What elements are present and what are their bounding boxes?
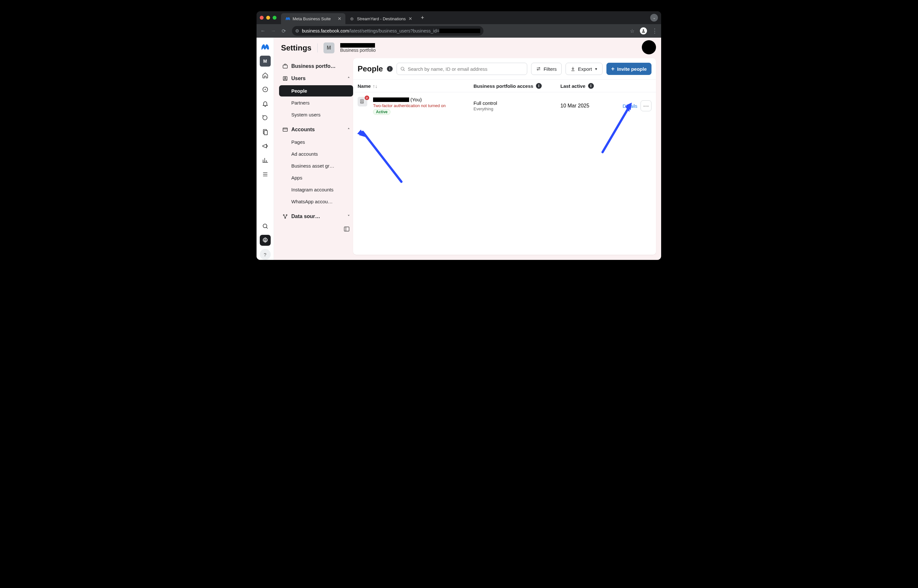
export-button[interactable]: Export ▼	[565, 63, 602, 75]
browser-menu-button[interactable]: ⋮	[651, 27, 658, 34]
reload-button[interactable]: ⟳	[280, 28, 287, 34]
search-placeholder: Search by name, ID or email address	[408, 66, 487, 72]
streamyard-favicon-icon: ◎	[349, 16, 355, 21]
svg-point-15	[539, 68, 540, 68]
column-last-active: Last active i	[560, 83, 618, 89]
table-row[interactable]: ⊘ (You) Two-factor authentication not tu…	[353, 92, 656, 120]
search-input[interactable]: Search by name, ID or email address	[397, 63, 527, 75]
bell-icon[interactable]	[260, 98, 271, 109]
close-tab-icon[interactable]: ✕	[408, 16, 412, 21]
url-host: business.facebook.com	[302, 28, 349, 34]
megaphone-icon[interactable]	[260, 141, 271, 152]
svg-point-14	[401, 67, 404, 70]
business-switcher-button[interactable]: M	[260, 56, 271, 66]
svg-point-0	[643, 29, 644, 31]
fullscreen-window-button[interactable]	[273, 16, 277, 19]
browser-toolbar: ← → ⟳ ⚙ business.facebook.com/latest/set…	[257, 24, 661, 38]
compass-icon[interactable]	[260, 84, 271, 95]
new-tab-button[interactable]: +	[418, 13, 427, 22]
tab-streamyard[interactable]: ◎ StreamYard - Destinations ✕	[345, 13, 416, 24]
redacted-portfolio-name	[340, 43, 375, 48]
info-icon[interactable]: i	[536, 83, 542, 89]
svg-point-8	[285, 77, 286, 79]
divider	[317, 44, 318, 52]
column-name[interactable]: Name ↑↓	[358, 83, 473, 89]
svg-rect-9	[283, 128, 287, 132]
insights-icon[interactable]	[260, 155, 271, 166]
sidebar-item-business-portfolio[interactable]: Business portfo…	[279, 60, 353, 73]
forward-button[interactable]: →	[270, 28, 277, 34]
info-icon[interactable]: i	[387, 66, 393, 72]
search-icon	[400, 66, 405, 71]
svg-point-10	[283, 215, 284, 215]
chevron-down-icon: ˅	[348, 214, 350, 219]
home-icon[interactable]	[260, 70, 271, 81]
close-tab-icon[interactable]: ✕	[338, 16, 342, 21]
sidebar-item-pages[interactable]: Pages	[279, 136, 353, 148]
page-title: Settings	[281, 44, 312, 52]
tab-meta-business-suite[interactable]: Meta Business Suite ✕	[281, 13, 345, 24]
collapse-sidebar-button[interactable]	[279, 223, 353, 232]
search-icon[interactable]	[260, 221, 271, 232]
address-bar[interactable]: ⚙ business.facebook.com/latest/settings/…	[292, 26, 484, 36]
svg-point-18	[361, 100, 363, 101]
data-sources-icon	[282, 213, 288, 220]
tab-title: StreamYard - Destinations	[357, 16, 406, 21]
invite-people-button[interactable]: + Invite people	[606, 63, 651, 75]
row-menu-button[interactable]: ⋯	[641, 100, 651, 111]
sidebar-item-ad-accounts[interactable]: Ad accounts	[279, 148, 353, 160]
meta-logo-icon[interactable]	[260, 42, 271, 52]
url-path: /latest/settings/business_users?business…	[349, 28, 439, 34]
close-window-button[interactable]	[260, 16, 264, 19]
filters-button[interactable]: Filters	[531, 63, 562, 75]
sidebar-item-whatsapp[interactable]: WhatsApp accou…	[279, 196, 353, 207]
settings-icon[interactable]	[260, 235, 271, 246]
column-access: Business portfolio access i	[473, 83, 560, 89]
sidebar-group-data-sources[interactable]: Data sour… ˅	[279, 210, 353, 223]
profile-button[interactable]	[640, 27, 647, 34]
user-avatar[interactable]	[642, 40, 656, 54]
svg-point-5	[264, 240, 266, 241]
chevron-up-icon: ˄	[348, 76, 350, 81]
sidebar-item-partners[interactable]: Partners	[279, 97, 353, 108]
table-header: Name ↑↓ Business portfolio access i Last…	[353, 79, 656, 92]
sidebar-label: Data sour…	[291, 213, 320, 220]
sidebar-group-accounts[interactable]: Accounts ˄	[279, 124, 353, 136]
sliders-icon	[536, 66, 541, 71]
portfolio-sublabel: Business portfolio	[340, 48, 376, 53]
portfolio-name-block[interactable]: Business portfolio	[340, 43, 376, 53]
button-label: Filters	[544, 66, 557, 72]
help-icon[interactable]: ?	[260, 249, 271, 260]
meta-favicon-icon	[285, 16, 290, 21]
tab-overflow-button[interactable]: ⌄	[650, 14, 658, 21]
briefcase-icon	[282, 63, 288, 69]
users-icon	[282, 76, 288, 81]
sidebar-item-people[interactable]: People	[279, 85, 353, 97]
sidebar-group-users[interactable]: Users ˄	[279, 73, 353, 85]
sidebar-item-system-users[interactable]: System users	[279, 109, 353, 120]
bookmark-star-icon[interactable]: ☆	[629, 28, 635, 34]
site-settings-icon[interactable]: ⚙	[295, 28, 300, 34]
window-controls	[260, 16, 277, 19]
chat-icon[interactable]	[260, 112, 271, 123]
pages-icon[interactable]	[260, 126, 271, 137]
user-badge-icon: ⊘	[358, 97, 367, 107]
page-header: Settings M Business portfolio	[274, 38, 661, 58]
chevron-up-icon: ˄	[348, 128, 350, 132]
info-icon[interactable]: i	[588, 83, 594, 89]
sidebar-item-instagram[interactable]: Instagram accounts	[279, 184, 353, 195]
minimize-window-button[interactable]	[266, 16, 270, 19]
redacted-url-segment	[439, 29, 480, 33]
portfolio-chip[interactable]: M	[324, 42, 334, 53]
svg-rect-3	[264, 131, 267, 135]
button-label: Export	[578, 66, 592, 72]
sidebar-item-apps[interactable]: Apps	[279, 172, 353, 183]
sidebar-item-asset-groups[interactable]: Business asset gr…	[279, 160, 353, 171]
you-suffix: (You)	[410, 97, 422, 102]
svg-rect-6	[283, 65, 287, 68]
back-button[interactable]: ←	[260, 28, 266, 34]
settings-sidebar: Business portfo… Users ˄ People Partners…	[279, 58, 353, 255]
details-link[interactable]: Details	[623, 103, 637, 109]
sidebar-label: Accounts	[291, 127, 315, 132]
menu-icon[interactable]	[260, 169, 271, 180]
